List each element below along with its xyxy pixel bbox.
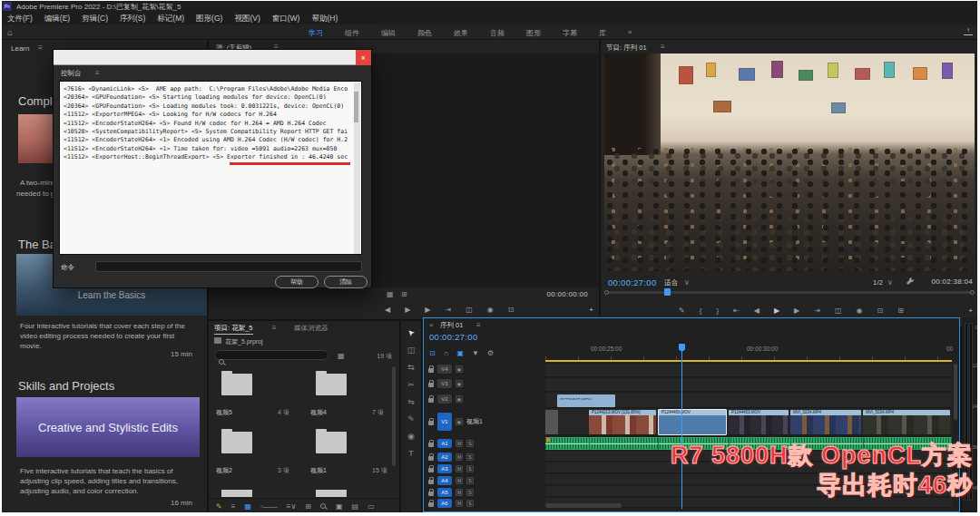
step-forward-icon[interactable]: ▶ (425, 306, 430, 314)
lock-icon[interactable] (428, 502, 434, 507)
panel-menu-icon[interactable]: ≡ (661, 43, 665, 51)
timeline-hscrollbar[interactable] (545, 503, 622, 508)
lock-icon[interactable] (428, 383, 434, 387)
panel-menu-icon[interactable]: ≡ (272, 324, 277, 332)
menu-help[interactable]: 帮助(H) (311, 14, 338, 24)
track-badge-targeted[interactable]: A1 (437, 439, 452, 448)
goto-out-icon[interactable]: ⇥ (445, 306, 451, 314)
tutorial-thumbnail-surfer[interactable] (18, 114, 53, 163)
bin-item[interactable] (316, 432, 347, 453)
track-badge-targeted[interactable]: A3 (437, 464, 452, 473)
lock-icon[interactable] (428, 398, 434, 403)
workspace-tab-assembly[interactable]: 组件 (345, 28, 359, 38)
program-timecode[interactable]: 00:00:27:00 (608, 277, 657, 287)
find-icon[interactable] (320, 503, 327, 510)
mute-toggle[interactable]: M (456, 453, 463, 461)
bin-item-partial[interactable] (316, 490, 347, 497)
export-frame-icon[interactable]: ⊡ (508, 306, 514, 314)
timeline-timecode[interactable]: 00:00:27:00 (429, 332, 478, 342)
scrubber-left-handle[interactable] (604, 290, 609, 295)
work-area-bar[interactable] (545, 360, 952, 362)
menu-graphics[interactable]: 图形(G) (196, 14, 222, 24)
media-browser-tab[interactable]: 媒体浏览器 (294, 324, 328, 333)
workspace-tab-audio[interactable]: 音频 (490, 28, 505, 38)
track-v4-content[interactable] (545, 364, 952, 377)
chevron-down-icon[interactable]: ∨ (887, 278, 893, 287)
timeline-clip-partial[interactable] (545, 410, 558, 434)
track-name[interactable]: 视频1 (466, 417, 483, 426)
step-forward-icon[interactable]: ▶ (794, 307, 799, 315)
track-badge[interactable]: V2 (437, 394, 452, 404)
linked-selection-icon[interactable]: ▣ (456, 349, 464, 357)
solo-toggle[interactable]: S (466, 440, 474, 447)
sort-icons-icon[interactable]: ≡∨ (287, 503, 297, 511)
console-title-bar[interactable] (54, 50, 371, 65)
goto-in-icon[interactable]: ⇤ (733, 307, 740, 315)
bin-name[interactable]: 视频5 (216, 408, 232, 417)
ripple-edit-tool[interactable]: ⇆ (407, 363, 415, 372)
comparison-view-icon[interactable]: ⊞ (897, 307, 904, 315)
add-marker-icon[interactable]: ▼ (472, 349, 479, 357)
mute-toggle[interactable]: M (456, 465, 463, 472)
project-scrollbar[interactable] (392, 366, 396, 466)
track-badge[interactable]: V3 (437, 379, 452, 388)
mark-in-icon[interactable]: { (700, 307, 702, 315)
workspace-tab-learning[interactable]: 学习 (309, 28, 323, 38)
mute-toggle[interactable]: M (456, 440, 463, 447)
workspace-tab-captions[interactable]: 字幕 (563, 28, 577, 38)
workspace-overflow[interactable]: » (628, 28, 632, 38)
export-icon[interactable]: ↑ (964, 27, 973, 35)
console-log[interactable]: <7616> <DynamicLink> <5> AME app path: C… (59, 81, 362, 255)
bin-item[interactable] (221, 374, 252, 395)
search-input[interactable] (214, 350, 328, 360)
track-select-tool[interactable]: ◫ (407, 346, 416, 355)
project-file-name[interactable]: 花絮_5.prproj (225, 337, 263, 346)
filter-bin-icon[interactable]: ▦ (338, 352, 345, 360)
menu-sequence[interactable]: 序列(S) (120, 14, 145, 24)
selection-tool[interactable]: ➤ (406, 327, 416, 338)
icon-view-icon[interactable]: ▦ (244, 503, 251, 511)
log-scrollbar[interactable] (354, 83, 360, 255)
solo-toggle[interactable]: S (466, 477, 474, 484)
track-badge-targeted[interactable]: V1 (437, 413, 452, 431)
play-icon[interactable]: ▶ (405, 306, 410, 314)
timeline-clip[interactable]: MVI_0234.MP4 (790, 410, 861, 434)
button-editor-icon[interactable]: + (968, 307, 973, 315)
menu-window[interactable]: 窗口(W) (272, 14, 300, 24)
menu-edit[interactable]: 编辑(E) (44, 14, 70, 24)
settings-icon[interactable]: ▦ (387, 290, 394, 298)
sequence-tab[interactable]: 序列 01 (440, 321, 463, 330)
playback-resolution-dropdown[interactable]: 1/2 (873, 278, 883, 287)
scrubber-right-handle[interactable] (970, 290, 975, 295)
workspace-tab-editing[interactable]: 编辑 (381, 28, 396, 38)
workspace-tab-effects[interactable]: 效果 (454, 28, 468, 38)
bin-item[interactable] (316, 374, 347, 395)
bin-name[interactable]: 视频2 (216, 466, 232, 475)
eye-icon[interactable]: ◉ (456, 365, 463, 373)
workspace-tab-graphics[interactable]: 图形 (526, 28, 541, 38)
writable-pencil-icon[interactable]: ✎ (216, 503, 222, 511)
program-scrubber[interactable] (608, 291, 971, 294)
type-tool[interactable]: T (408, 449, 414, 458)
panel-menu-icon[interactable]: ≡ (95, 69, 100, 77)
mute-toggle[interactable]: M (456, 500, 463, 507)
mute-toggle[interactable]: M (456, 477, 463, 484)
resolution-icon[interactable]: ⊞ (401, 290, 407, 298)
lock-icon[interactable] (428, 421, 434, 425)
timeline-clip-v2[interactable]: 01224647.MOV (557, 394, 615, 407)
menu-view[interactable]: 视图(V) (234, 14, 260, 24)
bin-name[interactable]: 视频4 (310, 408, 327, 417)
workspace-tab-color[interactable]: 颜色 (417, 28, 432, 38)
extract-icon[interactable]: ◉ (856, 307, 862, 315)
bin-item-partial[interactable] (221, 490, 252, 497)
track-badge-targeted[interactable]: A6 (437, 499, 452, 508)
timeline-clip[interactable]: MVI_5034.MP4 (863, 410, 950, 434)
lock-icon[interactable] (428, 492, 434, 496)
timeline-settings-wrench-icon[interactable]: ⚙ (487, 349, 494, 357)
playhead-grip[interactable] (679, 344, 685, 351)
timeline-clip[interactable]: P1244213.MOV [131.85%] (589, 410, 656, 434)
clear-button[interactable]: 清除 (324, 276, 368, 288)
lift-icon[interactable]: ◫ (835, 307, 842, 315)
panel-menu-icon[interactable]: ≡ (476, 321, 481, 329)
project-tab[interactable]: 项目: 花絮_5 (214, 324, 253, 335)
